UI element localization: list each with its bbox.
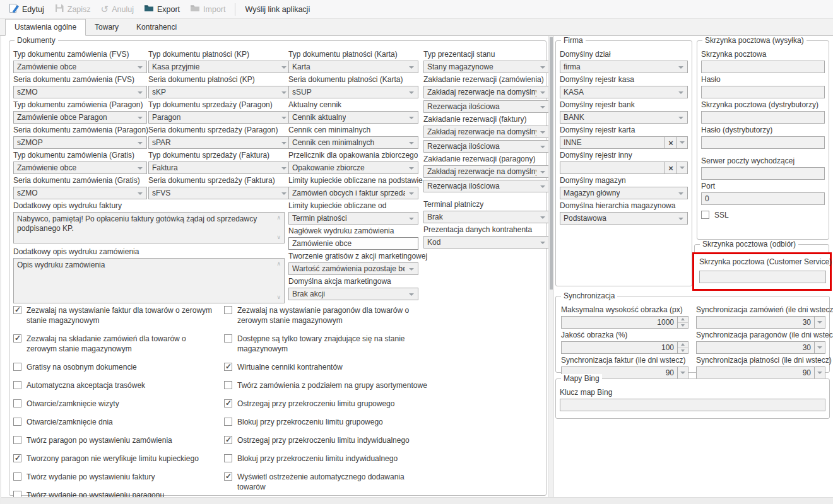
- combo-aktualny-cennik[interactable]: Cennik aktualny: [288, 111, 418, 124]
- checkbox-left-6[interactable]: Twórz paragon po wystawieniu zamówienia: [13, 435, 215, 445]
- checkbox-left-2[interactable]: Gratisy na osobnym dokumencie: [13, 362, 215, 372]
- checkbox-left-7[interactable]: Tworzony paragon nie weryfikuje limitu k…: [13, 454, 215, 464]
- vertical-scrollbar[interactable]: [548, 36, 554, 504]
- combo-seria-dok-sprzedazy-paragon[interactable]: sPAR: [148, 136, 291, 149]
- tab-ustawienia-ogolne[interactable]: Ustawienia ogólne: [5, 19, 86, 36]
- combo-tworzenie-gratisow[interactable]: Wartość zamówienia pozostaje bez ...: [288, 262, 418, 275]
- save-button[interactable]: Zapisz: [49, 1, 96, 17]
- combo-prezentacja-kontrahenta[interactable]: Kod: [423, 236, 550, 249]
- dok-c1-field-2: Typ dokumentu zamówienia (Paragon) Zamów…: [13, 100, 147, 124]
- input-klucz-map-bing[interactable]: [560, 399, 825, 411]
- input-haslo-dystrybutorzy[interactable]: [701, 136, 825, 149]
- combo-hierarchia-magazynowa[interactable]: Podstawowa: [560, 212, 688, 225]
- checkbox-right-7[interactable]: Blokuj przy przekroczeniu limitu indywid…: [224, 454, 432, 464]
- combo-rejestr-inny[interactable]: ×: [560, 161, 688, 174]
- combo-rejestr-karta[interactable]: INNE ×: [560, 136, 688, 149]
- combo-terminal-platniczy[interactable]: Brak: [423, 211, 550, 223]
- tab-towary[interactable]: Towary: [86, 20, 127, 35]
- scroll-up-icon[interactable]: ∧: [276, 261, 281, 267]
- clear-x-icon[interactable]: ×: [665, 137, 676, 148]
- checkbox-box: [224, 381, 232, 389]
- combo-typ-dok-platnosci-kp[interactable]: Kasa przyjmie: [148, 61, 291, 73]
- checkbox-right-6[interactable]: Ostrzegaj przy przekroczeniu limitu indy…: [224, 435, 432, 445]
- input-skrzynka-dystrybutorzy[interactable]: [701, 111, 825, 124]
- scroll-up-icon[interactable]: ∧: [276, 215, 281, 221]
- import-button[interactable]: Import: [185, 1, 230, 17]
- combo-typ-dok-zamowienia-fvs[interactable]: Zamówienie obce: [13, 61, 147, 73]
- scroll-down-icon[interactable]: ∨: [276, 295, 281, 300]
- combo-typ-dok-sprzedazy-paragon[interactable]: Paragon: [148, 111, 291, 124]
- combo-typ-dok-platnosci-karta[interactable]: Karta: [288, 61, 418, 73]
- input-naglowek-wydruku[interactable]: Zamówienie obce: [288, 237, 418, 250]
- tab-kontrahenci[interactable]: Kontrahenci: [127, 20, 186, 35]
- combo-przelicznik-opakowania[interactable]: Opakowanie zbiorcze: [288, 161, 418, 174]
- chevron-down-icon: [540, 242, 545, 244]
- checkbox-right-4[interactable]: Ostrzegaj przy przekroczeniu limitu grup…: [224, 399, 432, 409]
- checkbox-right-8[interactable]: Wyświetl ostrzeżenie automatycznego doda…: [224, 472, 432, 492]
- dokumenty-column-3: Typ dokumentu płatności (Karta) Karta Se…: [288, 50, 418, 302]
- combo-rezerwacje-zamowienia-1[interactable]: Zakładaj rezerwacje na domyślnym ...: [423, 86, 550, 98]
- send-app-link-button[interactable]: Wyślij link aplikacji: [240, 3, 315, 16]
- combo-domyslny-magazyn[interactable]: Magazyn główny: [560, 187, 688, 199]
- chevron-down-icon: [138, 167, 143, 170]
- combo-seria-dok-platnosci-karta[interactable]: sSUP: [288, 86, 418, 98]
- checkbox-right-2[interactable]: Wirtualne cenniki kontrahentów: [224, 362, 432, 372]
- combo-typ-prezentacji-stanu[interactable]: Stany magazynowe: [423, 61, 550, 73]
- combo-rezerwacje-paragony-1[interactable]: Zakładaj rezerwacje na domyślnym ...: [423, 165, 550, 178]
- combo-seria-dok-zamowienia-fvs[interactable]: sZMO: [13, 86, 147, 98]
- combo-seria-dok-platnosci-kp[interactable]: sKP: [148, 86, 291, 98]
- chevron-down-icon: [817, 321, 822, 324]
- combo-rezerwacje-faktury-2[interactable]: Rezerwacja ilościowa: [423, 140, 550, 153]
- checkbox-right-0[interactable]: Zezwalaj na wystawianie paragonów dla to…: [224, 305, 432, 325]
- combo-seria-dok-zamowienia-paragon[interactable]: sZMOP: [13, 136, 147, 149]
- spin-up-icon[interactable]: [678, 342, 688, 348]
- spinner-max-wysokosc-obrazka[interactable]: 1000: [561, 316, 688, 329]
- checkbox-ssl[interactable]: SSL: [701, 210, 825, 220]
- import-button-label: Import: [203, 5, 225, 14]
- checkbox-left-4[interactable]: Otwarcie/zamknięcie wizyty: [13, 399, 215, 409]
- spinner-jakosc-obrazka[interactable]: 100: [561, 341, 688, 354]
- combo-rejestr-kasa[interactable]: KASA: [560, 86, 688, 98]
- checkbox-right-3[interactable]: Twórz zamówienia z podziałem na grupy as…: [224, 380, 432, 390]
- textarea-opis-zamowienia[interactable]: Opis wydruku zamówienia ∧ ∨: [13, 258, 285, 303]
- clear-x-icon[interactable]: ×: [665, 162, 676, 173]
- combo-rezerwacje-zamowienia-2[interactable]: Rezerwacja ilościowa: [423, 100, 550, 113]
- checkbox-left-3[interactable]: Automatyczna akceptacja trasówek: [13, 380, 215, 390]
- checkbox-left-0[interactable]: Zezwalaj na wystawianie faktur dla towar…: [13, 305, 215, 325]
- input-haslo[interactable]: [701, 86, 825, 98]
- export-button[interactable]: Export: [139, 1, 185, 17]
- combo-seria-dok-zamowienia-gratis[interactable]: sZMO: [13, 187, 147, 199]
- textarea-opis-faktury[interactable]: Nabywco, pamiętaj! Po opłaceniu faktury …: [13, 212, 285, 243]
- combo-sync-paragonow[interactable]: 30: [696, 341, 825, 354]
- combo-cennik-cen-minimalnych[interactable]: Cennik cen minimalnych: [288, 136, 418, 149]
- combo-limity-od[interactable]: Termin płatności: [288, 212, 418, 225]
- checkbox-right-5[interactable]: Blokuj przy przekroczeniu limitu grupowe…: [224, 417, 432, 427]
- combo-rejestr-bank[interactable]: BANK: [560, 111, 688, 124]
- combo-sync-zamowien[interactable]: 30: [696, 316, 825, 329]
- combo-limity-podstawa[interactable]: Zamówień obcych i faktur sprzedaż...: [288, 187, 418, 199]
- combo-rezerwacje-faktury-1[interactable]: Zakładaj rezerwacje na domyślnym ...: [423, 126, 550, 138]
- spin-down-icon[interactable]: [678, 323, 688, 329]
- combo-typ-dok-zamowienia-gratis[interactable]: Zamówienie obce: [13, 161, 147, 174]
- checkbox-left-5[interactable]: Otwarcie/zamknięcie dnia: [13, 417, 215, 427]
- spin-down-icon[interactable]: [678, 348, 688, 354]
- combo-seria-dok-sprzedazy-faktura[interactable]: sFVS: [148, 187, 291, 199]
- input-port[interactable]: 0: [701, 192, 825, 205]
- combo-typ-dok-sprzedazy-faktura[interactable]: Faktura: [148, 161, 291, 174]
- checkbox-right-1[interactable]: Dostępne są tylko towary znajdujące się …: [224, 334, 432, 354]
- checkbox-left-1[interactable]: Zezwalaj na składanie zamówień dla towar…: [13, 334, 215, 354]
- combo-typ-dok-zamowienia-paragon[interactable]: Zamówienie obce Paragon: [13, 111, 147, 124]
- scroll-down-icon[interactable]: ∨: [276, 235, 281, 240]
- combo-rezerwacje-paragony-2[interactable]: Rezerwacja ilościowa: [423, 180, 550, 192]
- scrollbar-thumb[interactable]: [550, 37, 553, 290]
- combo-domyslny-dzial[interactable]: firma: [560, 61, 688, 73]
- input-skrzynka-pocztowa[interactable]: [701, 61, 825, 73]
- input-serwer-poczty[interactable]: [701, 167, 825, 180]
- edit-button[interactable]: Edytuj: [4, 1, 49, 17]
- cancel-button[interactable]: ↺ Anuluj: [96, 3, 139, 16]
- checkbox-left-8[interactable]: Twórz wydanie po wystawieniu faktury: [13, 472, 215, 482]
- combo-sync-platnosci[interactable]: 90: [696, 366, 825, 379]
- input-skrzynka-customer-service[interactable]: [699, 271, 826, 283]
- combo-domyslna-akcja[interactable]: Brak akcji: [288, 288, 418, 300]
- spin-up-icon[interactable]: [678, 317, 688, 323]
